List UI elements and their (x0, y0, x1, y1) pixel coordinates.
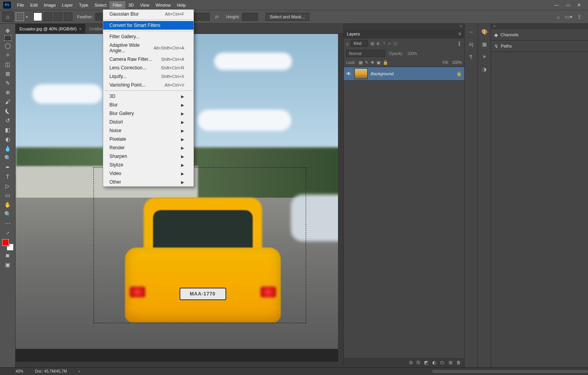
history-brush-tool[interactable]: ↺ (2, 116, 14, 125)
menu-layer[interactable]: Layer (59, 1, 76, 9)
dropdown-caret-icon[interactable]: ▾ (26, 14, 28, 19)
swap-colors-icon[interactable]: ⤢ (2, 228, 14, 237)
panel-collapse-button[interactable]: « (491, 24, 588, 29)
zoom-tool[interactable]: 🔍 (2, 209, 14, 219)
maximize-button[interactable]: ▭ (566, 2, 570, 8)
lock-position-icon[interactable]: ✥ (371, 60, 374, 65)
blend-mode-select[interactable]: Normal (346, 50, 385, 57)
close-button[interactable]: ✕ (577, 2, 581, 8)
menu-item-blur-gallery[interactable]: Blur Gallery▶ (103, 109, 194, 118)
gradient-tool[interactable]: ◐ (2, 134, 14, 144)
filter-smart-icon[interactable]: ◫ (393, 41, 397, 46)
pen-tool[interactable]: ✒ (2, 163, 14, 172)
swatches-icon[interactable]: ▦ (480, 40, 489, 49)
lock-artboard-icon[interactable]: ▣ (377, 60, 380, 65)
menu-item-convert-for-smart-filters[interactable]: Convert for Smart Filters (103, 21, 194, 30)
menu-item-liquify[interactable]: Liquify...Shift+Ctrl+X (103, 72, 194, 81)
magic-wand-tool[interactable]: ✧ (2, 50, 14, 60)
filter-type-icon[interactable]: T (383, 41, 386, 46)
panel-collapse-button[interactable]: » (344, 24, 464, 29)
eyedropper-tool[interactable]: ✎ (2, 78, 14, 88)
tab-active[interactable]: Ecuador.jpg @ 40% (RGB/8#) × (16, 24, 85, 34)
selection-subtract-icon[interactable] (54, 12, 62, 21)
menu-item-filter-gallery[interactable]: Filter Gallery... (103, 32, 194, 41)
adjustment-icon[interactable]: ◐ (432, 360, 436, 365)
menu-type[interactable]: Type (76, 1, 92, 9)
filter-adjust-icon[interactable]: ◐ (377, 41, 380, 46)
dodge-tool[interactable]: 🔍 (2, 153, 14, 163)
menu-item-3d[interactable]: 3D▶ (103, 92, 194, 101)
hand-tool[interactable]: ✋ (2, 200, 14, 209)
new-layer-icon[interactable]: ⊞ (449, 360, 452, 365)
filter-pixel-icon[interactable]: ▦ (370, 41, 374, 46)
frame-tool[interactable]: ⊠ (2, 69, 14, 78)
minimize-button[interactable]: — (554, 2, 559, 8)
marquee-rect-icon[interactable] (16, 12, 24, 21)
lock-icon[interactable]: 🔒 (383, 60, 388, 65)
menu-item-video[interactable]: Video▶ (103, 169, 194, 178)
healing-tool[interactable]: ⊕ (2, 88, 14, 97)
more-tools[interactable]: ⋯ (2, 219, 14, 228)
color-swatches[interactable] (2, 239, 14, 251)
character-icon[interactable]: A| (467, 40, 475, 49)
lock-pixels-icon[interactable]: ✎ (365, 60, 368, 65)
menu-item-noise[interactable]: Noise▶ (103, 126, 194, 135)
height-input[interactable] (242, 13, 258, 21)
move-tool[interactable]: ✥ (2, 26, 14, 35)
styles-icon[interactable]: ◑ (480, 65, 489, 74)
shape-tool[interactable]: ▭ (2, 191, 14, 200)
status-arrow-icon[interactable]: › (79, 369, 80, 373)
filter-shape-icon[interactable]: ▱ (388, 41, 391, 46)
status-scroll[interactable] (432, 370, 588, 373)
screenmode-tool[interactable]: ▣ (2, 260, 14, 269)
menu-item-blur[interactable]: Blur▶ (103, 101, 194, 109)
menu-item-lens-correction[interactable]: Lens Correction...Shift+Ctrl+R (103, 64, 194, 72)
menu-view[interactable]: View (137, 1, 153, 9)
menu-item-stylize[interactable]: Stylize▶ (103, 161, 194, 169)
visibility-icon[interactable]: 👁 (346, 71, 351, 77)
menu-help[interactable]: Help (174, 1, 189, 9)
path-select-tool[interactable]: ▷ (2, 181, 14, 191)
foreground-color[interactable] (2, 239, 9, 246)
menu-3d[interactable]: 3D (125, 1, 137, 9)
menu-filter[interactable]: Filter (109, 1, 125, 9)
quickmask-tool[interactable]: ◙ (2, 251, 14, 260)
fx-icon[interactable]: fx (417, 360, 420, 365)
zoom-level[interactable]: 40% (16, 369, 23, 373)
menu-item-camera-raw-filter[interactable]: Camera Raw Filter...Shift+Ctrl+A (103, 55, 194, 64)
scrollbar-vertical[interactable] (338, 34, 343, 362)
share-icon[interactable]: ⇪ (577, 14, 582, 20)
menu-item-pixelate[interactable]: Pixelate▶ (103, 135, 194, 143)
layer-thumbnail[interactable] (354, 68, 368, 79)
layer-row-background[interactable]: 👁 Background 🔒 (344, 67, 464, 81)
menu-select[interactable]: Select (92, 1, 110, 9)
marquee-tool[interactable] (4, 35, 11, 41)
layers-panel-header[interactable]: Layers ≡ (344, 29, 464, 39)
delete-layer-icon[interactable]: 🗑 (456, 360, 461, 365)
eraser-tool[interactable]: ◧ (2, 125, 14, 134)
filter-toggle[interactable] (459, 41, 462, 46)
brush-tool[interactable]: 🖌 (2, 97, 14, 106)
select-and-mask-button[interactable]: Select and Mask... (266, 13, 310, 21)
width-input[interactable] (194, 13, 209, 21)
layer-lock-icon[interactable]: 🔒 (456, 71, 462, 76)
fill-value[interactable]: 100% (452, 60, 462, 65)
menu-item-render[interactable]: Render▶ (103, 143, 194, 152)
paths-tab[interactable]: ↯ Paths (491, 41, 588, 51)
group-icon[interactable]: 🗀 (440, 360, 445, 365)
menu-item-gaussian-blur[interactable]: Gaussian BlurAlt+Ctrl+F (103, 10, 194, 18)
menu-item-other[interactable]: Other▶ (103, 178, 194, 186)
color-icon[interactable]: 🎨 (480, 28, 489, 36)
stamp-tool[interactable]: ⏾ (2, 106, 14, 116)
channels-tab[interactable]: ◆ Channels (491, 29, 588, 40)
search-icon[interactable]: ⌕ (557, 14, 560, 20)
paragraph-icon[interactable]: ¶ (467, 53, 475, 61)
scrollbar-horizontal[interactable] (16, 362, 343, 367)
menu-item-adaptive-wide-angle[interactable]: Adaptive Wide Angle...Alt+Shift+Ctrl+A (103, 41, 194, 55)
menu-file[interactable]: File (14, 1, 27, 9)
crop-tool[interactable]: ◫ (2, 60, 14, 69)
swap-icon[interactable]: ⇄ (215, 14, 218, 19)
selection-add-icon[interactable] (44, 12, 52, 21)
menu-window[interactable]: Window (152, 1, 174, 9)
adjustments-icon[interactable]: ☀ (480, 53, 489, 61)
